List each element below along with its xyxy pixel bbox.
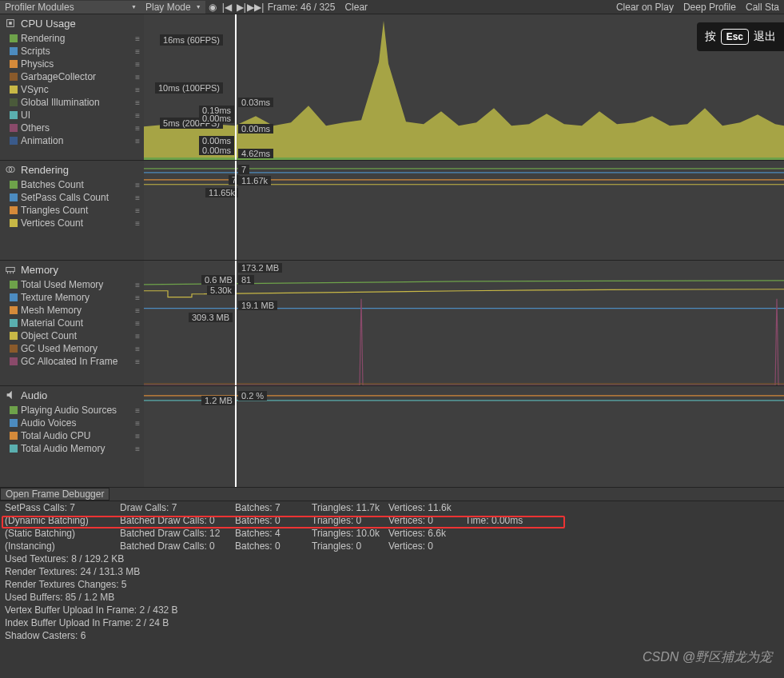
legend-item[interactable]: Physics ≡ [0,58,144,70]
menu-icon[interactable]: ≡ [135,34,139,43]
menu-icon[interactable]: ≡ [135,193,139,202]
menu-icon[interactable]: ≡ [135,98,139,107]
legend-item[interactable]: Global Illumination ≡ [0,96,144,109]
legend-item[interactable]: Material Count ≡ [0,317,144,329]
value-annotation: 309.3 MB [189,313,233,322]
value-annotation: 0.00ms [238,124,273,134]
menu-icon[interactable]: ≡ [135,181,139,189]
menu-icon[interactable]: ≡ [135,432,139,441]
legend-label: Others [21,122,135,134]
value-annotation: 0.00ms [199,136,234,146]
legend-item[interactable]: Texture Memory ≡ [0,291,144,304]
menu-icon[interactable]: ≡ [135,124,139,133]
color-swatch [10,86,18,94]
y-axis-label: 16ms (60FPS) [160,34,223,46]
menu-icon[interactable]: ≡ [135,419,139,428]
menu-icon[interactable]: ≡ [135,281,139,289]
menu-icon[interactable]: ≡ [135,219,139,228]
record-icon[interactable]: ◉ [205,1,220,14]
legend-item[interactable]: GC Allocated In Frame ≡ [0,355,144,368]
menu-icon[interactable]: ≡ [135,445,139,453]
playhead[interactable] [235,14,237,160]
legend-item[interactable]: Vertices Count ≡ [0,217,144,229]
legend-label: Animation [21,135,135,146]
legend-label: Audio Voices [21,417,135,429]
legend-item[interactable]: Total Audio CPU ≡ [0,429,144,442]
audio-header[interactable]: Audio [0,386,144,404]
menu-icon[interactable]: ≡ [135,47,139,56]
cpu-usage-header[interactable]: CPU Usage [0,14,144,32]
value-annotation: 81 [238,275,254,285]
menu-icon[interactable]: ≡ [135,306,139,315]
cpu-usage-graph[interactable]: 16ms (60FPS)10ms (100FPS)5ms (200FPS) 0.… [144,14,784,160]
menu-icon[interactable]: ≡ [135,319,139,328]
stat-line: Vertex Buffer Upload In Frame: 2 / 432 B [0,604,784,616]
menu-icon[interactable]: ≡ [135,206,139,215]
next-frame-icon[interactable]: ▶| [234,1,249,14]
call-stacks-button[interactable]: Call Sta [741,1,784,14]
legend-item[interactable]: GarbageCollector ≡ [0,70,144,83]
clear-button[interactable]: Clear [340,1,372,14]
legend-item[interactable]: GC Used Memory ≡ [0,342,144,355]
rendering-header[interactable]: Rendering [0,161,144,178]
stat-value: Batches: 4 [235,528,312,539]
rendering-graph[interactable]: 7711.67k11.65k [144,161,784,260]
open-frame-debugger-button[interactable]: Open Frame Debugger [0,488,109,501]
legend-item[interactable]: Total Audio Memory ≡ [0,442,144,455]
stat-line: Render Textures: 24 / 131.3 MB [0,565,784,578]
color-swatch [10,445,18,453]
legend-item[interactable]: Playing Audio Sources ≡ [0,404,144,417]
legend-item[interactable]: Others ≡ [0,122,144,134]
last-frame-icon[interactable]: ▶▶| [249,1,263,14]
menu-icon[interactable]: ≡ [135,293,139,302]
playhead[interactable] [235,261,237,385]
value-annotation: 173.2 MB [238,263,282,273]
legend-label: Global Illumination [21,97,135,108]
legend-item[interactable]: Animation ≡ [0,134,144,147]
legend-item[interactable]: UI ≡ [0,109,144,122]
legend-item[interactable]: Mesh Memory ≡ [0,304,144,317]
legend-label: VSync [21,84,135,95]
prev-frame-icon[interactable]: |◀ [220,1,234,14]
menu-icon[interactable]: ≡ [135,332,139,341]
play-mode-dropdown[interactable]: Play Mode [141,1,205,14]
menu-icon[interactable]: ≡ [135,137,139,146]
legend-item[interactable]: SetPass Calls Count ≡ [0,191,144,204]
color-swatch [10,193,18,201]
legend-item[interactable]: Batches Count ≡ [0,178,144,191]
memory-header[interactable]: Memory [0,261,144,278]
highlight-annotation [2,516,565,528]
menu-icon[interactable]: ≡ [135,111,139,120]
color-swatch [10,406,18,414]
legend-item[interactable]: VSync ≡ [0,83,144,96]
memory-graph[interactable]: 173.2 MB0.6 MB815.30k19.1 MB309.3 MB [144,261,784,385]
menu-icon[interactable]: ≡ [135,86,139,94]
legend-item[interactable]: Rendering ≡ [0,32,144,45]
menu-icon[interactable]: ≡ [135,73,139,82]
menu-icon[interactable]: ≡ [135,60,139,69]
clear-on-play-button[interactable]: Clear on Play [611,1,679,14]
legend-label: GC Allocated In Frame [21,356,135,367]
esc-overlay: 按 Esc 退出 [697,22,784,51]
cpu-icon [5,18,16,29]
playhead[interactable] [235,386,237,487]
menu-icon[interactable]: ≡ [135,357,139,366]
menu-icon[interactable]: ≡ [135,345,139,353]
legend-item[interactable]: Total Used Memory ≡ [0,278,144,291]
playhead[interactable] [235,161,237,260]
profiler-modules-dropdown[interactable]: Profiler Modules [0,1,141,14]
legend-item[interactable]: Object Count ≡ [0,329,144,342]
legend-label: Scripts [21,46,135,57]
rendering-module: Rendering Batches Count ≡ SetPass Calls … [0,161,784,261]
value-annotation: 11.67k [238,176,271,185]
color-swatch [10,281,18,289]
audio-graph[interactable]: 1.2 MB0.2 % [144,386,784,487]
stat-line: Used Buffers: 85 / 1.2 MB [0,591,784,604]
legend-item[interactable]: Scripts ≡ [0,45,144,58]
legend-item[interactable]: Audio Voices ≡ [0,417,144,429]
menu-icon[interactable]: ≡ [135,406,139,415]
value-annotation: 0.2 % [238,391,267,401]
deep-profile-button[interactable]: Deep Profile [679,1,741,14]
legend-item[interactable]: Triangles Count ≡ [0,204,144,217]
stat-line: Index Buffer Upload In Frame: 2 / 24 B [0,616,784,629]
